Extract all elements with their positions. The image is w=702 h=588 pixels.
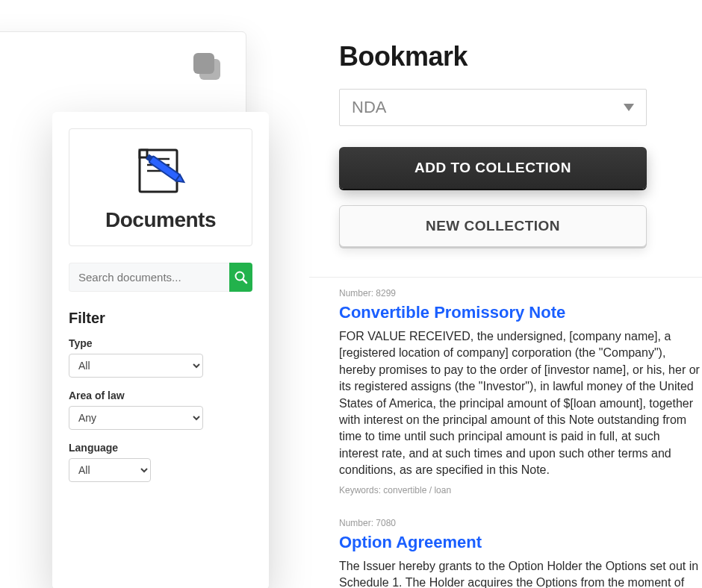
filter-area-label: Area of law xyxy=(69,390,252,401)
filter-heading: Filter xyxy=(69,310,252,327)
search-row xyxy=(69,263,252,292)
search-input[interactable] xyxy=(69,263,229,292)
svg-line-8 xyxy=(243,279,246,283)
copy-icon xyxy=(193,53,225,84)
sidebar-panel: Documents Filter Type All Area of law An… xyxy=(52,112,269,588)
bookmark-heading: Bookmark xyxy=(339,41,702,72)
filter-area-select[interactable]: Any xyxy=(69,406,203,430)
chevron-down-icon xyxy=(624,104,634,111)
result-keywords: Keywords: convertible / loan xyxy=(339,485,702,495)
panel-title: Documents xyxy=(105,208,216,232)
collection-selected: NDA xyxy=(352,98,386,117)
search-icon xyxy=(234,270,249,285)
main-content: Bookmark NDA ADD TO COLLECTION NEW COLLE… xyxy=(309,0,702,588)
result-title-link[interactable]: Convertible Promissory Note xyxy=(339,303,702,322)
result-excerpt: The Issuer hereby grants to the Option H… xyxy=(339,558,702,588)
panel-header: Documents xyxy=(69,128,252,246)
results-list: Number: 8299 Convertible Promissory Note… xyxy=(309,277,702,588)
result-item: Number: 8299 Convertible Promissory Note… xyxy=(339,278,702,507)
result-title-link[interactable]: Option Agreement xyxy=(339,533,702,552)
result-number: Number: 8299 xyxy=(339,288,702,298)
add-to-collection-button[interactable]: ADD TO COLLECTION xyxy=(339,147,647,189)
filter-type-label: Type xyxy=(69,337,252,349)
new-collection-button[interactable]: NEW COLLECTION xyxy=(339,205,647,247)
result-number: Number: 7080 xyxy=(339,518,702,528)
filter-language-label: Language xyxy=(69,442,252,454)
filter-type-select[interactable]: All xyxy=(69,354,203,378)
document-pen-icon xyxy=(134,146,187,199)
result-excerpt: FOR VALUE RECEIVED, the undersigned, [co… xyxy=(339,328,702,479)
result-item: Number: 7080 Option Agreement The Issuer… xyxy=(339,507,702,588)
collection-select[interactable]: NDA xyxy=(339,89,647,126)
filter-language-select[interactable]: All xyxy=(69,458,151,482)
search-button[interactable] xyxy=(229,263,252,292)
